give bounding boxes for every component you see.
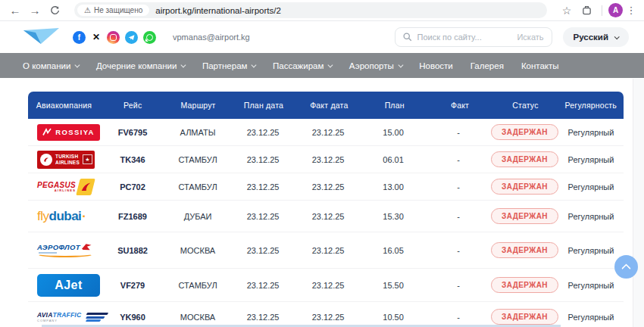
table-row: fly dubai · FZ1689 ДУБАИ 23.12.25 23.12.… — [28, 201, 624, 232]
col-fact-time: Факт — [427, 101, 492, 110]
airline-logo-pegasus: PEGASUS AIRLINES — [28, 179, 100, 195]
instagram-icon[interactable] — [107, 31, 120, 44]
plan-date: 23.12.25 — [230, 128, 295, 137]
chevron-down-icon — [328, 63, 333, 67]
fact-time: - — [426, 212, 491, 221]
fact-time: - — [426, 128, 491, 137]
forward-icon[interactable]: → — [26, 2, 44, 20]
airport-logo[interactable] — [21, 26, 61, 48]
flight-number: PC702 — [100, 182, 165, 192]
extensions-icon[interactable] — [577, 2, 596, 20]
security-label: Не защищено — [94, 6, 142, 14]
nav-item-partneram[interactable]: Партнерам — [202, 61, 255, 70]
route: СТАМБУЛ — [165, 281, 230, 290]
route: АЛМАТЫ — [165, 128, 230, 137]
flight-number: SU1882 — [100, 246, 165, 255]
fact-time: - — [426, 246, 491, 255]
profile-avatar[interactable]: A — [608, 3, 623, 17]
nav-item-o-kompanii[interactable]: О компании — [23, 61, 79, 70]
fact-date: 23.12.25 — [295, 212, 361, 221]
col-flight: Рейс — [100, 101, 165, 110]
aviatraffic-logo: AVIA TRAFFIC COMPANY — [37, 311, 106, 322]
route: МОСКВА — [165, 313, 230, 322]
back-icon[interactable]: ← — [6, 2, 24, 20]
chevron-down-icon — [75, 63, 80, 67]
security-chip[interactable]: ⚠ Не защищено — [77, 5, 149, 16]
flight-number: FZ1689 — [100, 212, 165, 221]
airline-logo-aeroflot: АЭРОФЛОТ — [28, 243, 100, 257]
airline-logo-rossiya: ROSSIYA — [28, 124, 100, 141]
status-badge: ЗАДЕРЖАН — [491, 277, 558, 293]
airline-logo-flydubai: fly dubai · — [28, 209, 100, 224]
turkish-wordmark: TURKISH AIRLINES — [55, 154, 80, 165]
route: МОСКВА — [165, 246, 230, 255]
search-icon — [403, 33, 412, 42]
facebook-icon[interactable]: f — [73, 31, 86, 44]
nav-item-galereya[interactable]: Галерея — [470, 61, 504, 70]
plan-time: 15.00 — [361, 128, 426, 137]
x-twitter-icon[interactable]: ✕ — [91, 31, 102, 44]
regularity: Регулярный — [558, 155, 624, 164]
chevron-down-icon — [399, 63, 403, 67]
status-badge: ЗАДЕРЖАН — [491, 124, 558, 140]
turkish-airlines-logo: TURKISH AIRLINES ★ — [37, 151, 95, 169]
table-row: PEGASUS AIRLINES PC702 СТАМБУЛ 23.12.25 … — [28, 173, 624, 201]
email-link[interactable]: vpmanas@airport.kg — [173, 33, 250, 42]
fact-date: 23.12.25 — [295, 128, 361, 137]
language-label: Русский — [574, 33, 608, 42]
fact-time: - — [426, 313, 491, 322]
flight-number: YK960 — [100, 313, 165, 322]
main-nav: О компании Дочерние компании Партнерам П… — [0, 53, 644, 78]
route: СТАМБУЛ — [165, 182, 230, 192]
table-row: AJet VF279 СТАМБУЛ 23.12.25 23.12.25 15.… — [28, 269, 624, 302]
search-input[interactable] — [417, 33, 512, 42]
nav-label: Новости — [419, 61, 453, 70]
plan-time: 13.00 — [361, 182, 426, 192]
nav-item-dochernie-kompanii[interactable]: Дочерние компании — [96, 61, 185, 70]
regularity: Регулярный — [558, 182, 624, 192]
flight-number: VF279 — [100, 281, 165, 290]
airline-logo-aviatraffic: AVIA TRAFFIC COMPANY — [28, 311, 100, 322]
bookmark-star-icon[interactable]: ☆ — [558, 2, 576, 20]
plan-date: 23.12.25 — [230, 155, 295, 164]
telegram-plane-glyph — [128, 34, 135, 41]
menu-kebab-icon[interactable]: ⋮ — [624, 5, 638, 16]
browser-window: ← → ⚠ Не защищено airport.kg/internation… — [0, 0, 644, 327]
scrollbar[interactable] — [633, 79, 644, 327]
fact-date: 23.12.25 — [295, 313, 361, 322]
aeroflot-swoosh — [37, 251, 93, 257]
regularity: Регулярный — [558, 246, 624, 255]
table-row: AVIA TRAFFIC COMPANY YK960 МОСКВА 23.12.… — [28, 302, 624, 327]
nav-item-aeroporty[interactable]: Аэропорты — [349, 61, 402, 70]
nav-label: О компании — [23, 61, 70, 70]
reload-icon[interactable] — [45, 2, 64, 20]
url-text: airport.kg/international-airports/2 — [155, 6, 281, 15]
nav-label: Пассажирам — [273, 61, 324, 70]
route: ДУБАИ — [165, 212, 230, 221]
plan-date: 23.12.25 — [230, 313, 295, 322]
col-fact-date: Факт дата — [296, 101, 361, 110]
whatsapp-icon[interactable] — [143, 31, 156, 44]
aeroflot-logo: АЭРОФЛОТ — [37, 243, 93, 257]
nav-item-kontakty[interactable]: Контакты — [521, 61, 559, 70]
scroll-to-top-button[interactable] — [614, 255, 638, 279]
fact-date: 23.12.25 — [295, 155, 361, 164]
star-alliance-like-icon: ★ — [83, 154, 92, 164]
telegram-icon[interactable] — [125, 31, 138, 44]
nav-item-passazhiram[interactable]: Пассажирам — [273, 61, 332, 70]
status-cell: ЗАДЕРЖАН — [491, 309, 558, 325]
chevron-down-icon — [181, 63, 186, 67]
address-bar[interactable]: ⚠ Не защищено airport.kg/international-a… — [74, 2, 547, 18]
regularity: Регулярный — [558, 313, 624, 322]
social-links: f ✕ — [73, 31, 156, 44]
instagram-frame — [110, 34, 117, 41]
fact-date: 23.12.25 — [295, 246, 361, 255]
regularity: Регулярный — [558, 281, 624, 290]
status-badge: ЗАДЕРЖАН — [491, 208, 558, 224]
language-selector[interactable]: Русский — [563, 27, 629, 47]
status-cell: ЗАДЕРЖАН — [491, 242, 558, 258]
plan-time: 06.01 — [361, 155, 426, 164]
nav-label: Галерея — [470, 61, 504, 70]
nav-item-novosti[interactable]: Новости — [419, 61, 453, 70]
search-submit-button[interactable]: Искать — [517, 33, 543, 42]
